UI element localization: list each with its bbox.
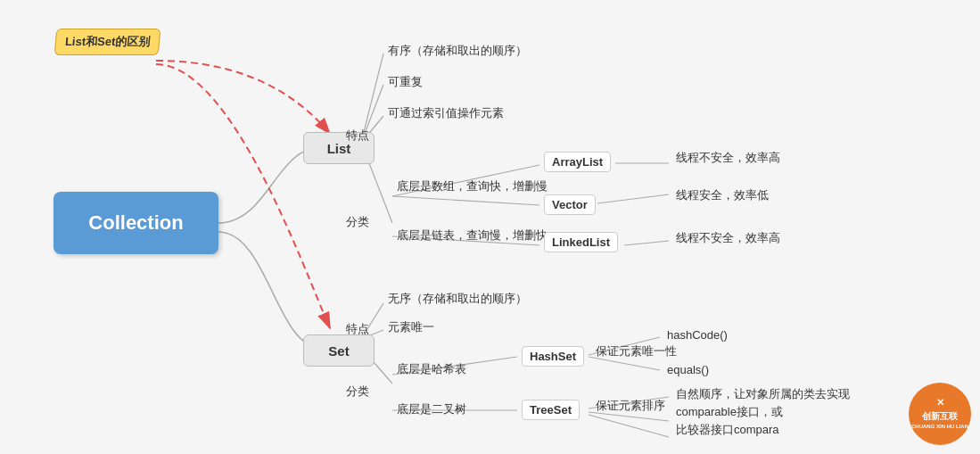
svg-line-19 xyxy=(589,415,669,437)
list-feature-2: 可重复 xyxy=(388,74,423,90)
arraylist-box: ArrayList xyxy=(544,152,611,172)
hashset-guarantee: 保证元素唯一性 xyxy=(596,343,677,359)
collection-label: Collection xyxy=(88,211,183,235)
treeset-desc-1: 自然顺序，让对象所属的类去实现 xyxy=(676,386,850,402)
treeset-guarantee: 保证元素排序 xyxy=(596,398,665,414)
arraylist-desc: 线程不安全，效率高 xyxy=(676,150,780,166)
set-classification-label: 分类 xyxy=(346,384,369,400)
set-feature-2: 元素唯一 xyxy=(388,319,434,335)
svg-line-8 xyxy=(597,194,669,203)
set-condition-2: 底层是二叉树 xyxy=(397,401,466,417)
treeset-box: TreeSet xyxy=(522,400,580,420)
list-condition-1: 底层是数组，查询快，增删慢 xyxy=(397,178,548,194)
svg-line-9 xyxy=(624,241,669,245)
vector-desc: 线程安全，效率低 xyxy=(676,187,769,203)
set-features-label: 特点 xyxy=(346,321,369,337)
watermark-line2: CHUANG XIN HU LIAN xyxy=(911,424,968,430)
set-feature-1: 无序（存储和取出的顺序） xyxy=(388,291,527,307)
set-label: Set xyxy=(328,343,349,359)
top-label: List和Set的区别 xyxy=(54,29,161,55)
watermark: ✕ 创新互联 CHUANG XIN HU LIAN xyxy=(909,383,971,445)
set-box: Set xyxy=(303,334,375,367)
set-condition-1: 底层是哈希表 xyxy=(397,361,466,377)
list-feature-1: 有序（存储和取出的顺序） xyxy=(388,43,527,59)
list-condition-2: 底层是链表，查询慢，增删快 xyxy=(397,227,548,244)
svg-line-5 xyxy=(392,196,539,205)
vector-box: Vector xyxy=(544,194,596,215)
treeset-desc-2: comparable接口，或 xyxy=(676,404,783,420)
watermark-line1: 创新互联 xyxy=(922,410,958,423)
linkedlist-desc: 线程不安全，效率高 xyxy=(676,230,780,246)
hashcode-desc: hashCode() xyxy=(667,328,728,342)
list-classification-label: 分类 xyxy=(346,214,369,230)
list-features-label: 特点 xyxy=(346,128,369,144)
watermark-logo: ✕ xyxy=(936,397,944,409)
equals-desc: equals() xyxy=(667,363,709,376)
linkedlist-box: LinkedList xyxy=(544,232,618,252)
collection-box: Collection xyxy=(54,192,218,254)
treeset-desc-3: 比较器接口compara xyxy=(676,422,779,438)
list-feature-3: 可通过索引值操作元素 xyxy=(388,105,504,121)
diagram-container: List和Set的区别 Collection List Set 特点 有序（存储… xyxy=(0,0,980,454)
hashset-box: HashSet xyxy=(522,346,584,367)
